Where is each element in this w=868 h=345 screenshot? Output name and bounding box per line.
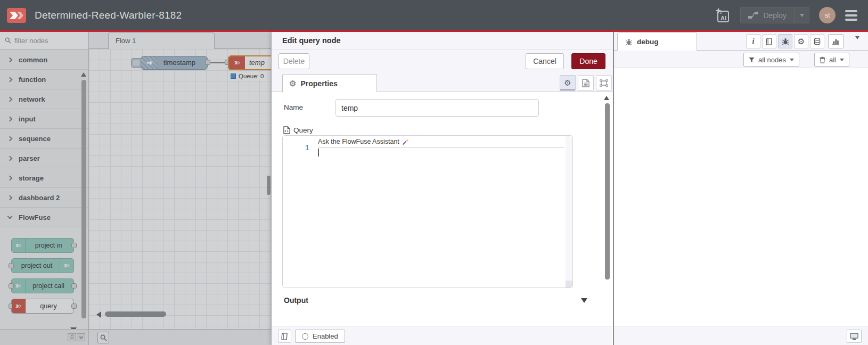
- chevron-right-icon: [7, 175, 13, 180]
- tray-toolbar: Delete Cancel Done: [272, 50, 613, 73]
- tray-scroll-up-arrow[interactable]: [604, 96, 609, 100]
- node-label: timestamp: [163, 56, 195, 69]
- node-help-button[interactable]: [278, 330, 291, 343]
- palette-scroll-up-arrow[interactable]: [81, 72, 86, 77]
- info-icon: i: [752, 37, 754, 46]
- node-timestamp[interactable]: timestamp: [141, 56, 208, 70]
- deploy-label: Deploy: [763, 11, 787, 20]
- workspace-tabbar: Flow 1: [89, 32, 271, 49]
- expand-all-categories-button[interactable]: [77, 333, 85, 341]
- tray-scroll-down-arrow[interactable]: [581, 298, 587, 303]
- cancel-button[interactable]: Cancel: [526, 53, 564, 69]
- edit-node-tray: Edit query node Delete Cancel Done ⚙ Pro…: [271, 32, 614, 345]
- category-label: function: [19, 76, 46, 84]
- filter-nodes-input[interactable]: [14, 37, 78, 45]
- ai-sparkle-icon: AI: [714, 7, 731, 24]
- chevron-right-icon: [7, 96, 13, 102]
- header-actions: AI Deploy st: [714, 7, 857, 24]
- palette-category-function[interactable]: function: [0, 70, 88, 89]
- chevron-right-icon: [7, 136, 13, 141]
- debug-clear-label: all: [829, 56, 836, 64]
- main-menu-button[interactable]: [845, 10, 857, 21]
- category-label: sequence: [19, 135, 51, 143]
- palette-scrollbar[interactable]: [81, 80, 86, 318]
- debug-filter-bar: all nodes all: [614, 51, 868, 68]
- palette-node-query[interactable]: query: [11, 299, 74, 314]
- query-section-label: Query: [283, 126, 313, 134]
- palette-category-common[interactable]: common: [0, 50, 88, 70]
- user-avatar[interactable]: st: [819, 7, 836, 23]
- sidebar-options-caret[interactable]: [855, 39, 859, 47]
- deploy-button[interactable]: Deploy: [740, 7, 809, 23]
- canvas-horizontal-scrollbar[interactable]: [105, 311, 166, 317]
- tray-title: Edit query node: [272, 32, 613, 50]
- palette-category-input[interactable]: input: [0, 109, 88, 129]
- workspace-grid[interactable]: timestamp temp Queue: 0: [89, 49, 271, 329]
- debug-tab-label: debug: [637, 38, 659, 46]
- chevron-down-icon: [790, 59, 794, 61]
- collapse-all-categories-button[interactable]: [68, 333, 76, 341]
- hamburger-icon: [845, 10, 857, 12]
- tab-config-nodes-button[interactable]: ⚙: [794, 34, 808, 48]
- timestamp-output-port[interactable]: [205, 60, 210, 65]
- chevron-right-icon: [7, 155, 13, 161]
- delete-button[interactable]: Delete: [279, 53, 309, 69]
- name-label: Name: [284, 103, 303, 111]
- done-button[interactable]: Done: [571, 53, 605, 69]
- palette-category-flowfuse[interactable]: FlowFuse: [0, 208, 88, 227]
- enabled-state-icon: [302, 333, 308, 340]
- palette-category-storage[interactable]: storage: [0, 168, 88, 188]
- tab-properties-icon-button[interactable]: ⚙: [560, 75, 576, 91]
- debug-clear-button[interactable]: all: [814, 53, 849, 67]
- chevron-right-icon: [7, 116, 13, 121]
- document-icon: [582, 79, 589, 87]
- node-enabled-toggle[interactable]: Enabled: [295, 330, 345, 343]
- tab-debug[interactable]: debug: [617, 32, 697, 51]
- palette-search: [0, 32, 88, 50]
- canvas-vertical-scrollbar[interactable]: [267, 176, 271, 195]
- editor-scrollbar-track[interactable]: [566, 136, 572, 288]
- zoom-search-button[interactable]: [97, 332, 109, 343]
- output-port: [71, 283, 77, 289]
- assistant-placeholder[interactable]: Ask the FlowFuse Assistant: [318, 138, 409, 145]
- category-label: input: [19, 115, 36, 123]
- tab-debug-button[interactable]: [778, 34, 792, 48]
- palette-node-project-call[interactable]: project call: [11, 278, 74, 293]
- deploy-options-caret[interactable]: [794, 7, 809, 23]
- category-label: storage: [19, 174, 44, 182]
- chevron-down-icon: [800, 14, 804, 17]
- tab-help-button[interactable]: [762, 34, 776, 48]
- edit-form: Name Query 1 Ask the FlowFuse Assistant: [272, 93, 612, 326]
- tab-appearance-icon-button[interactable]: [596, 75, 612, 91]
- tab-context-data-button[interactable]: [810, 34, 824, 48]
- debug-filter-button[interactable]: all nodes: [743, 53, 799, 67]
- palette-node-project-in[interactable]: project in: [11, 238, 74, 253]
- bar-chart-icon: [832, 38, 840, 45]
- canvas-scroll-left-arrow[interactable]: [96, 311, 101, 318]
- tab-info-button[interactable]: i: [746, 34, 760, 48]
- inject-trigger-button[interactable]: [131, 58, 142, 68]
- open-debug-window-button[interactable]: [847, 330, 862, 343]
- tab-description-icon-button[interactable]: [578, 75, 594, 91]
- query-code-editor[interactable]: 1 Ask the FlowFuse Assistant: [282, 135, 573, 288]
- tray-scrollbar[interactable]: [605, 103, 610, 280]
- category-label: parser: [19, 154, 40, 162]
- ai-assistant-button[interactable]: AI: [714, 7, 731, 24]
- palette-node-project-out[interactable]: project out: [11, 258, 74, 273]
- palette-category-network[interactable]: network: [0, 89, 88, 109]
- palette-category-sequence[interactable]: sequence: [0, 129, 88, 149]
- main-area: common function network input sequence: [0, 32, 868, 345]
- deploy-main[interactable]: Deploy: [741, 11, 794, 20]
- name-input[interactable]: [335, 99, 539, 117]
- debug-messages-panel[interactable]: [614, 68, 868, 326]
- database-icon: [814, 38, 821, 45]
- flowfuse-query-icon: [12, 299, 26, 313]
- palette-category-parser[interactable]: parser: [0, 149, 88, 168]
- tab-properties[interactable]: ⚙ Properties: [282, 74, 377, 92]
- tab-flow-1[interactable]: Flow 1: [108, 32, 215, 49]
- node-temp-selected[interactable]: temp: [228, 55, 271, 70]
- enabled-label: Enabled: [313, 332, 338, 340]
- palette-category-dashboard2[interactable]: dashboard 2: [0, 188, 88, 208]
- search-icon: [5, 37, 11, 44]
- tab-dashboard-button[interactable]: [828, 34, 844, 48]
